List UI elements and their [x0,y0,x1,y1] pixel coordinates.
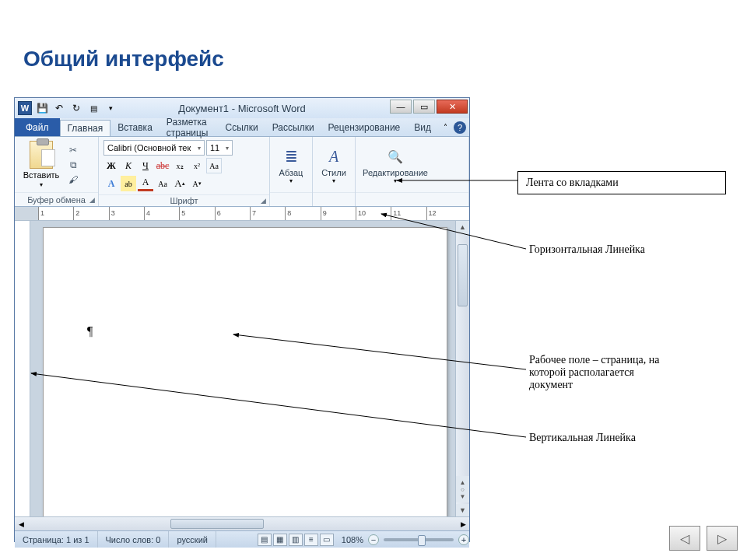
clipboard-icon [30,141,53,169]
editing-button[interactable]: 🔍 Редактирование ▾ [360,145,430,184]
undo-icon[interactable]: ↶ [52,101,66,115]
change-case-button[interactable]: Aa [206,158,222,173]
case-button[interactable]: Aa [155,176,170,191]
status-word-count[interactable]: Число слов: 0 [98,531,170,548]
tab-insert[interactable]: Вставка [110,118,160,136]
qat-dropdown-icon[interactable]: ▾ [103,101,117,115]
minimize-button[interactable]: — [390,100,412,114]
help-icon[interactable]: ? [454,121,466,134]
vertical-ruler[interactable] [15,221,30,516]
zoom-in-button[interactable]: + [458,534,469,545]
font-group-label: Шрифт◢ [99,194,269,206]
word-window: W 💾 ↶ ↻ ▤ ▾ Документ1 - Microsoft Word —… [14,97,470,542]
view-full-screen-icon[interactable]: ▦ [273,534,287,546]
shrink-font-button[interactable]: A▾ [189,176,205,191]
vscroll-thumb[interactable] [458,244,468,306]
horizontal-scrollbar[interactable]: ◀ ▶ [15,516,469,530]
minimize-ribbon-icon[interactable]: ˄ [438,121,452,135]
styles-button[interactable]: A Стили ▾ [317,145,350,184]
zoom-slider[interactable] [384,538,454,541]
status-page-info[interactable]: Страница: 1 из 1 [15,531,98,548]
copy-icon[interactable]: ⧉ [66,159,80,171]
view-outline-icon[interactable]: ≡ [304,534,318,546]
strikethrough-button[interactable]: abc [155,158,170,173]
paste-button[interactable]: Вставить ▾ [19,141,63,188]
zoom-level[interactable]: 108% [342,535,363,544]
prev-slide-button[interactable]: ◁ [669,526,700,551]
horizontal-ruler[interactable]: 1 2 3 4 5 6 7 8 9 10 11 12 [15,207,469,221]
font-launcher-icon[interactable]: ◢ [261,197,266,205]
callout-work-area: Рабочее поле – страница, на которой расп… [529,354,724,391]
tab-review[interactable]: Рецензирование [321,118,408,136]
ribbon-tabs: Файл Главная Вставка Разметка страницы С… [15,118,469,137]
font-name-combo[interactable]: Calibri (Основной тек▾ [103,140,205,156]
italic-button[interactable]: К [121,158,136,173]
tab-view[interactable]: Вид [407,118,438,136]
pilcrow-mark: ¶ [87,324,93,338]
styles-icon: A [322,145,345,168]
scroll-left-icon[interactable]: ◀ [15,517,27,530]
paste-label: Вставить [23,170,60,180]
document-area[interactable]: ¶ [30,221,455,516]
tab-references[interactable]: Ссылки [219,118,265,136]
paragraph-icon: ≣ [279,145,303,168]
ribbon: Вставить ▾ ✂ ⧉ 🖌 Буфер обмена◢ Calibri (… [15,137,469,207]
view-web-icon[interactable]: ▥ [289,534,303,546]
browse-object-icon[interactable]: ▲○▼ [456,476,469,502]
tab-page-layout[interactable]: Разметка страницы [160,118,219,136]
text-effects-button[interactable]: A [103,176,119,191]
callout-ribbon: Лента со вкладками [517,171,726,194]
underline-button[interactable]: Ч [138,158,153,173]
font-color-button[interactable]: A [138,176,153,191]
group-paragraph: ≣ Абзац ▾ [270,137,313,206]
bold-button[interactable]: Ж [103,158,119,173]
view-draft-icon[interactable]: ▭ [320,534,334,546]
scroll-down-icon[interactable]: ▼ [456,504,469,516]
tab-home[interactable]: Главная [60,120,111,136]
window-controls: — ▭ ✕ [390,100,468,114]
clipboard-launcher-icon[interactable]: ◢ [89,196,95,204]
zoom-out-button[interactable]: − [368,534,379,545]
next-slide-button[interactable]: ▷ [707,526,738,551]
grow-font-button[interactable]: A▴ [172,176,188,191]
font-size-combo[interactable]: 11▾ [206,140,233,156]
tab-mailings[interactable]: Рассылки [265,118,321,136]
scroll-right-icon[interactable]: ▶ [457,517,469,530]
clipboard-group-label: Буфер обмена◢ [15,192,98,206]
redo-icon[interactable]: ↻ [69,101,83,115]
view-buttons: ▤ ▦ ▥ ≡ ▭ [253,534,338,546]
vertical-scrollbar[interactable]: ▲ ▲○▼ ▼ [455,221,469,516]
paragraph-button[interactable]: ≣ Абзац ▾ [275,145,307,184]
status-language[interactable]: русский [169,531,216,548]
status-bar: Страница: 1 из 1 Число слов: 0 русский ▤… [15,530,469,548]
find-icon: 🔍 [384,145,407,168]
slide-title: Общий интерфейс [23,47,224,72]
view-print-layout-icon[interactable]: ▤ [258,534,272,546]
group-styles: A Стили ▾ [313,137,356,206]
hscroll-thumb[interactable] [170,519,264,529]
scroll-up-icon[interactable]: ▲ [456,221,469,233]
subscript-button[interactable]: x₂ [172,158,188,173]
maximize-button[interactable]: ▭ [413,100,435,114]
superscript-button[interactable]: x² [189,158,205,173]
save-icon[interactable]: 💾 [35,101,49,115]
word-app-icon[interactable]: W [18,101,32,115]
group-editing: 🔍 Редактирование ▾ [356,137,469,206]
zoom-controls: 108% − + [342,534,469,545]
page[interactable]: ¶ [43,227,447,516]
title-bar: W 💾 ↶ ↻ ▤ ▾ Документ1 - Microsoft Word —… [15,98,469,118]
group-clipboard: Вставить ▾ ✂ ⧉ 🖌 Буфер обмена◢ [15,137,99,206]
close-button[interactable]: ✕ [437,100,468,114]
cut-icon[interactable]: ✂ [66,144,80,156]
quick-access-toolbar: W 💾 ↶ ↻ ▤ ▾ [15,101,117,115]
group-font: Calibri (Основной тек▾ 11▾ Ж К Ч abc x₂ … [99,137,270,206]
highlight-color-button[interactable]: ab [121,176,136,191]
format-painter-icon[interactable]: 🖌 [66,173,80,186]
print-icon[interactable]: ▤ [86,101,100,115]
work-area: ¶ ▲ ▲○▼ ▼ [15,221,469,516]
callout-v-ruler: Вертикальная Линейка [529,432,636,444]
tab-file[interactable]: Файл [15,118,60,136]
callout-h-ruler: Горизонтальная Линейка [529,243,645,256]
